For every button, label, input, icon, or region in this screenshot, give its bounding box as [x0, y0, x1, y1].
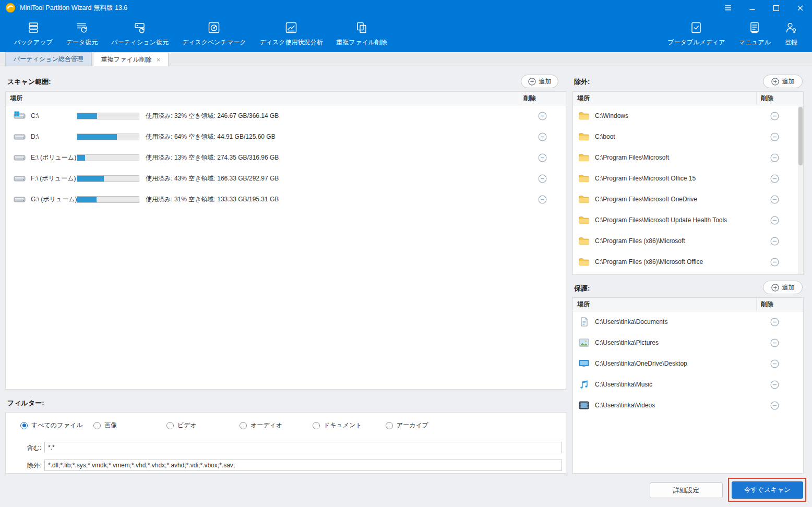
protection-add-button[interactable]: 追加 — [763, 281, 803, 294]
filter-option-2[interactable]: ビデオ — [166, 421, 240, 430]
scan-scope-table: 場所 削除 C:\使用済み: 32% 空き領域: 246.67 GB/366.1… — [5, 91, 566, 390]
list-item: C:\Users\tinka\Videos — [573, 395, 803, 416]
tab-1[interactable]: 重複ファイル削除× — [93, 53, 169, 66]
titlebar: MiniTool Partition Wizard 無料版 13.6 — [0, 0, 812, 16]
exclude-label: 除外: — [13, 461, 41, 470]
filter-option-label: 画像 — [104, 421, 117, 430]
radio-icon[interactable] — [313, 422, 320, 429]
toolbar-item-partition-recovery[interactable]: パーティション復元 — [104, 16, 175, 52]
path-label: C:\Program Files (x86)\Microsoft Office — [595, 258, 756, 265]
remove-exclusion-button[interactable] — [770, 132, 779, 141]
filter-option-3[interactable]: オーディオ — [240, 421, 313, 430]
remove-cell — [756, 132, 803, 141]
scan-scope-add-button[interactable]: 追加 — [521, 75, 558, 88]
filter-panel: すべてのファイル画像ビデオオーディオドキュメントアーカイブ 含む: 除外: — [5, 412, 566, 474]
close-icon[interactable] — [788, 0, 812, 16]
toolbar-item-label: ブータブルメディア — [667, 38, 725, 47]
filter-option-label: すべてのファイル — [31, 421, 82, 430]
remove-protection-button[interactable] — [770, 401, 779, 410]
bootable-media-icon — [689, 21, 703, 34]
remove-exclusion-button[interactable] — [770, 216, 779, 225]
list-item: C:\Program Files\Microsoft Office 15 — [573, 168, 803, 189]
exclude-input[interactable] — [44, 460, 562, 471]
tab-close-icon[interactable]: × — [157, 56, 161, 63]
menu-icon[interactable] — [716, 0, 740, 16]
remove-cell — [756, 195, 803, 204]
filter-option-5[interactable]: アーカイブ — [386, 421, 459, 430]
drive-icon — [13, 174, 27, 183]
tab-0[interactable]: パーティション総合管理 — [5, 52, 92, 66]
maximize-icon[interactable] — [764, 0, 788, 16]
filter-option-1[interactable]: 画像 — [93, 421, 166, 430]
list-item: C:\Program Files\Microsoft Update Health… — [573, 210, 803, 231]
toolbar-item-label: 登録 — [785, 38, 797, 47]
remove-protection-button[interactable] — [770, 318, 779, 327]
toolbar-item-bootable-media[interactable]: ブータブルメディア — [661, 16, 732, 52]
drive-usage-text: 使用済み: 32% 空き領域: 246.67 GB/366.14 GB — [146, 112, 519, 120]
remove-exclusion-button[interactable] — [770, 112, 779, 120]
tabbar: パーティション総合管理重複ファイル削除× — [0, 52, 812, 66]
list-item: C:\Users\tinka\OneDrive\Desktop — [573, 353, 803, 374]
scrollbar-thumb[interactable] — [798, 107, 803, 165]
path-label: C:\boot — [595, 133, 756, 140]
toolbar-item-manual[interactable]: マニュアル — [732, 16, 778, 52]
documents-icon — [578, 317, 590, 327]
toolbar-item-disk-analyzer[interactable]: ディスク使用状況分析 — [253, 16, 329, 52]
filter-option-4[interactable]: ドキュメント — [313, 421, 386, 430]
remove-exclusion-button[interactable] — [770, 237, 779, 246]
radio-icon[interactable] — [20, 422, 28, 429]
toolbar-item-duplicate-remover[interactable]: 重複ファイル削除 — [330, 16, 394, 52]
scan-now-button[interactable]: 今すぐスキャン — [732, 481, 803, 499]
remove-protection-button[interactable] — [770, 359, 779, 368]
remove-protection-button[interactable] — [770, 339, 779, 347]
scan-scope-rows: C:\使用済み: 32% 空き領域: 246.67 GB/366.14 GBD:… — [6, 105, 566, 210]
filter-option-0[interactable]: すべてのファイル — [20, 421, 93, 430]
path-label: C:\Users\tinka\Pictures — [595, 339, 756, 346]
remove-drive-button[interactable] — [538, 132, 547, 141]
toolbar-item-register[interactable]: 登録 — [778, 16, 805, 52]
toolbar-item-disk-benchmark[interactable]: ディスクベンチマーク — [175, 16, 253, 52]
path-label: C:\Program Files\Microsoft OneDrive — [595, 196, 756, 203]
list-item: C:\Windows — [573, 105, 803, 126]
remove-exclusion-button[interactable] — [770, 174, 779, 183]
protection-table-header: 場所 削除 — [573, 298, 803, 311]
remove-cell — [519, 112, 566, 120]
music-icon — [578, 380, 590, 389]
column-remove: 削除 — [756, 92, 803, 105]
remove-exclusion-button[interactable] — [770, 258, 779, 267]
toolbar-item-backup[interactable]: バックアップ — [7, 16, 59, 52]
tab-label: パーティション総合管理 — [14, 55, 83, 64]
advanced-settings-button[interactable]: 詳細設定 — [650, 482, 723, 498]
toolbar-item-label: マニュアル — [739, 38, 771, 47]
window-controls — [716, 0, 812, 16]
remove-drive-button[interactable] — [538, 174, 547, 183]
duplicate-remover-icon — [355, 21, 368, 34]
remove-exclusion-button[interactable] — [770, 153, 779, 162]
remove-protection-button[interactable] — [770, 380, 779, 389]
include-input[interactable] — [44, 442, 562, 453]
column-remove: 削除 — [519, 92, 566, 105]
list-item: C:\Program Files (x86)\Microsoft — [573, 231, 803, 251]
radio-icon[interactable] — [166, 422, 174, 429]
remove-cell — [756, 380, 803, 389]
exclusions-add-button[interactable]: 追加 — [763, 75, 803, 88]
scan-drive-row: E:\ (ボリューム)使用済み: 13% 空き領域: 274.35 GB/316… — [6, 147, 566, 168]
path-label: C:\Program Files\Microsoft Office 15 — [595, 175, 756, 182]
remove-drive-button[interactable] — [538, 112, 547, 120]
toolbar-item-data-recovery[interactable]: データ復元 — [59, 16, 105, 52]
path-label: C:\Windows — [595, 112, 756, 119]
radio-icon[interactable] — [240, 422, 247, 429]
radio-icon[interactable] — [93, 422, 101, 429]
path-label: C:\Users\tinka\Videos — [595, 402, 756, 409]
app-logo-icon — [5, 3, 16, 13]
exclusions-scrollbar[interactable] — [798, 106, 803, 274]
add-button-label: 追加 — [782, 77, 795, 86]
remove-drive-button[interactable] — [538, 153, 547, 162]
drive-name: G:\ (ボリューム) — [31, 195, 77, 204]
remove-cell — [519, 132, 566, 141]
protection-rows: C:\Users\tinka\DocumentsC:\Users\tinka\P… — [573, 311, 803, 416]
remove-exclusion-button[interactable] — [770, 195, 779, 204]
minimize-icon[interactable] — [740, 0, 764, 16]
remove-drive-button[interactable] — [538, 195, 547, 204]
radio-icon[interactable] — [386, 422, 393, 429]
